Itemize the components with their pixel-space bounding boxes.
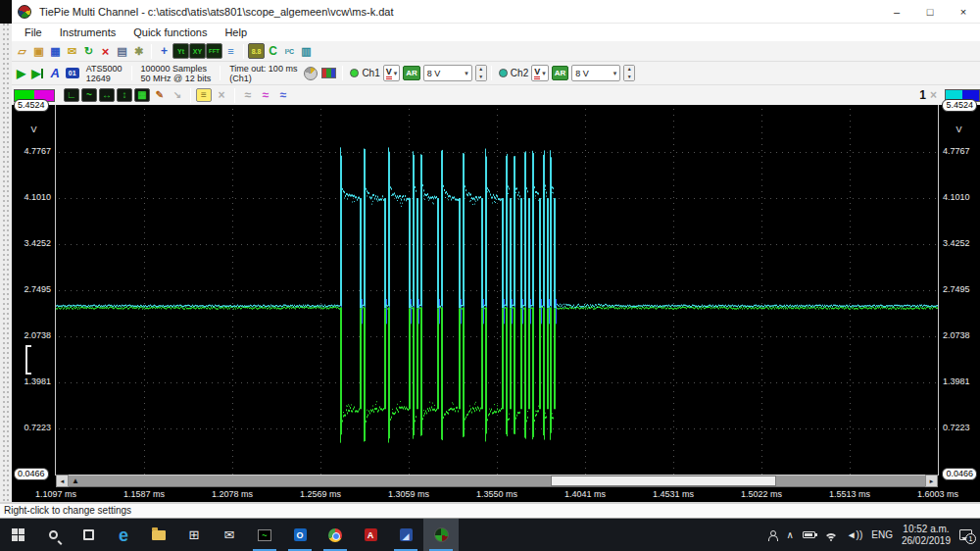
scroll-right-button[interactable]: ► bbox=[925, 475, 938, 487]
maximize-button[interactable]: □ bbox=[913, 0, 947, 23]
coupling-dropdown[interactable]: V ▾ bbox=[383, 65, 401, 81]
autorange-button[interactable]: AR bbox=[403, 66, 420, 80]
battery-icon[interactable] bbox=[803, 531, 815, 538]
resize-icon[interactable]: ↘ bbox=[170, 88, 185, 102]
taskbar-item-adobe-reader[interactable]: A bbox=[353, 519, 388, 551]
close-labels-icon[interactable]: × bbox=[214, 88, 229, 102]
action-center-icon[interactable]: 1 bbox=[959, 529, 972, 540]
step-down-icon[interactable]: ▼ bbox=[476, 74, 486, 81]
range-stepper[interactable]: ▲ ▼ bbox=[475, 65, 487, 81]
signal-icon[interactable]: ~ bbox=[81, 88, 97, 102]
show-hidden-icons-chevron[interactable]: ∧ bbox=[786, 530, 793, 540]
print-icon[interactable]: ▤ bbox=[114, 43, 130, 59]
autorange-button[interactable]: AR bbox=[552, 66, 569, 80]
range-select[interactable]: 8 V ▾ bbox=[423, 65, 472, 81]
y-axis-min-box[interactable]: 0.0466 bbox=[942, 468, 977, 480]
edge-icon: e bbox=[119, 526, 128, 544]
data-table-icon[interactable]: ▦ bbox=[134, 88, 150, 102]
taskbar-item-task-view[interactable] bbox=[71, 519, 106, 551]
serial-bus-icon[interactable]: ▥ bbox=[298, 43, 315, 59]
taskbar-item-chrome[interactable] bbox=[318, 519, 353, 551]
range-stepper[interactable]: ▲ ▼ bbox=[623, 65, 635, 81]
digital-mode-icon[interactable]: 01 bbox=[66, 68, 79, 78]
close-button[interactable]: × bbox=[947, 0, 980, 23]
save-icon[interactable]: ▦ bbox=[47, 43, 64, 59]
channel-led[interactable] bbox=[499, 69, 508, 77]
menu-item-quick-functions[interactable]: Quick functions bbox=[124, 24, 216, 41]
add-graph-icon[interactable]: + bbox=[156, 43, 172, 59]
range-select[interactable]: 8 V ▾ bbox=[571, 65, 620, 81]
x-axis[interactable]: 1.1097 ms1.1587 ms1.2078 ms1.2569 ms1.30… bbox=[12, 487, 980, 502]
y-tick-label: 4.7767 bbox=[943, 146, 970, 156]
x-tick-label: 1.1587 ms bbox=[123, 489, 165, 499]
zoom-horizontal-icon[interactable]: ↔ bbox=[99, 88, 115, 102]
taskbar-item-outlook[interactable]: O bbox=[282, 519, 318, 551]
meter-icon[interactable]: ≡ bbox=[222, 43, 239, 59]
value-display-icon[interactable]: 8.8 bbox=[248, 43, 265, 59]
language-indicator[interactable]: ENG bbox=[871, 530, 893, 540]
channel-range-bracket[interactable] bbox=[25, 345, 31, 375]
clock[interactable]: 10:52 a.m. 26/02/2019 bbox=[902, 524, 951, 547]
refresh-icon[interactable]: ↻ bbox=[80, 43, 97, 59]
volume-icon[interactable]: ◄)) bbox=[847, 530, 863, 540]
xy-graph-icon[interactable]: XY bbox=[189, 43, 206, 59]
delete-icon[interactable]: × bbox=[97, 43, 114, 59]
channel-colors-icon[interactable] bbox=[321, 68, 336, 78]
fft-graph-icon[interactable]: FFT bbox=[206, 43, 222, 59]
compare-magenta-icon[interactable]: ≈ bbox=[258, 88, 273, 102]
y-tick-label: 1.3981 bbox=[943, 376, 970, 386]
zoom-vertical-icon[interactable]: ↕ bbox=[117, 88, 132, 102]
scroll-left-button[interactable]: ◄ bbox=[56, 475, 69, 487]
auto-setup-icon[interactable]: A bbox=[46, 66, 63, 80]
taskbar-item-file-explorer[interactable] bbox=[141, 519, 176, 551]
minimize-button[interactable]: – bbox=[880, 0, 913, 23]
taskbar-item-photos[interactable]: ◢ bbox=[388, 519, 423, 551]
menu-item-instruments[interactable]: Instruments bbox=[51, 24, 124, 41]
screen: TiePie Multi Channel - c:\atiscd\atis\at… bbox=[0, 0, 980, 551]
taskbar-item-tiepie-multichannel[interactable] bbox=[423, 519, 459, 551]
taskbar-item-store[interactable]: ⊞ bbox=[176, 519, 212, 551]
scrollbar-thumb[interactable] bbox=[551, 476, 776, 486]
crescent-icon[interactable]: C bbox=[265, 43, 281, 59]
yt-graph-icon[interactable]: Yt bbox=[172, 43, 189, 59]
label-icon[interactable]: ≡ bbox=[196, 88, 212, 102]
y-axis-max-box[interactable]: 5.4524 bbox=[942, 99, 977, 112]
compare-disabled-icon[interactable]: ≈ bbox=[240, 88, 256, 102]
taskbar-item-search[interactable] bbox=[35, 519, 71, 551]
taskbar-item-mail[interactable]: ✉ bbox=[212, 519, 247, 551]
scrollbar-track[interactable]: ▲ bbox=[69, 475, 925, 487]
step-down-icon[interactable]: ▼ bbox=[624, 74, 634, 81]
y-tick-label: 2.0738 bbox=[943, 330, 970, 340]
trigger-knob-icon[interactable] bbox=[304, 67, 318, 80]
menu-item-file[interactable]: File bbox=[16, 24, 51, 41]
menu-item-help[interactable]: Help bbox=[216, 24, 256, 41]
y-tick-label: 2.7495 bbox=[943, 284, 970, 294]
channel-led[interactable] bbox=[350, 69, 359, 77]
mail-icon[interactable]: ✉ bbox=[64, 43, 80, 59]
step-up-icon[interactable]: ▲ bbox=[624, 66, 634, 74]
y-axis-right[interactable]: 4.77674.10103.42522.74952.07381.39810.72… bbox=[938, 105, 980, 502]
step-up-icon[interactable]: ▲ bbox=[476, 66, 486, 74]
taskbar-item-scope-app[interactable]: ~ bbox=[247, 519, 282, 551]
i2c-icon[interactable]: I²C bbox=[281, 43, 298, 59]
settings-icon[interactable]: ✱ bbox=[130, 43, 147, 59]
y-axis-min-box[interactable]: 0.0466 bbox=[14, 468, 49, 480]
one-shot-icon[interactable]: ▶ bbox=[28, 67, 46, 80]
y-axis-left[interactable]: 4.77674.10103.42522.74952.07381.39810.72… bbox=[12, 105, 56, 502]
coupling-dropdown[interactable]: V ▾ bbox=[531, 65, 549, 81]
people-icon[interactable] bbox=[767, 530, 777, 540]
y-axis-max-box[interactable]: 5.4524 bbox=[14, 99, 49, 112]
waveform-canvas[interactable] bbox=[56, 106, 938, 475]
interpolation-icon[interactable]: ∟ bbox=[64, 88, 79, 102]
taskbar-item-edge[interactable]: e bbox=[106, 519, 141, 551]
start-measurement-icon[interactable]: ▶ bbox=[14, 67, 28, 80]
open-file-icon[interactable]: ▱ bbox=[14, 43, 30, 59]
marker-pen-icon[interactable]: ✎ bbox=[152, 88, 168, 102]
wifi-icon[interactable] bbox=[824, 530, 838, 540]
load-recent-icon[interactable]: ▣ bbox=[30, 43, 47, 59]
compare-blue-icon[interactable]: ≈ bbox=[275, 88, 291, 102]
title-bar[interactable]: TiePie Multi Channel - c:\atiscd\atis\at… bbox=[12, 0, 980, 24]
toolbar-separator bbox=[151, 44, 152, 59]
horizontal-scrollbar[interactable]: ◄ ▲ ► bbox=[56, 475, 938, 487]
taskbar-item-start[interactable] bbox=[0, 519, 35, 551]
